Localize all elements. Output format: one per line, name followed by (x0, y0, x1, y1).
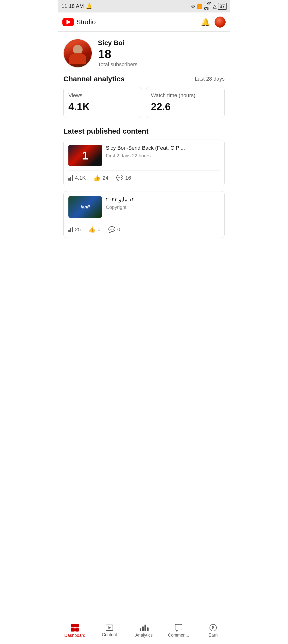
copyright-label-2: Copyright (106, 204, 220, 210)
earn-label: Earn (209, 633, 218, 638)
analytics-icon (140, 624, 149, 631)
thumbnail-bg-1: 1 (68, 145, 102, 166)
content-label: Content (102, 632, 117, 637)
profile-avatar-inner (64, 39, 92, 67)
no-sim-icon: ⊘ (191, 3, 195, 9)
watch-time-card: Watch time (hours) 22.6 (146, 87, 225, 118)
notification-bell-icon[interactable]: 🔔 (201, 18, 210, 26)
content-meta-1: First 2 days 22 hours (106, 153, 220, 158)
comment-lines (175, 624, 182, 627)
views-count-1: 4.1K (75, 175, 86, 181)
logo-area: Studio (62, 18, 96, 26)
thumbs-up-icon-1: 👍 (93, 174, 101, 181)
views-stat-2: 25 (68, 226, 81, 233)
content-top-2: fanff ١٢ مايو ٢٠٢٣ Copyright (68, 196, 220, 218)
avatar-inner (214, 16, 226, 28)
play-triangle-logo (67, 20, 71, 24)
header-icons: 🔔 (201, 16, 226, 28)
app-title: Studio (76, 18, 96, 26)
nav-content[interactable]: Content (92, 618, 127, 644)
views-label: Views (68, 92, 137, 98)
content-title-2: ١٢ مايو ٢٠٢٣ (106, 196, 220, 203)
comment-icon-2: 💬 (108, 226, 115, 233)
analytics-section-header: Channel analytics Last 28 days (58, 72, 230, 87)
nav-earn[interactable]: $ Earn (196, 618, 230, 644)
likes-count-2: 0 (97, 226, 100, 233)
status-left: 11:18 AM 🔔 (62, 3, 92, 9)
nav-analytics[interactable]: Analytics (127, 618, 161, 644)
app-header: Studio 🔔 (58, 12, 230, 32)
nav-dashboard[interactable]: Dashboard (58, 618, 92, 644)
earn-icon: $ (209, 624, 217, 631)
latest-section: Latest published content 1 Sicy Boi -Sen… (58, 125, 230, 238)
profile-name: Sicy Boi (98, 39, 225, 47)
status-right: ⊘ 📶 1.95k/s △ 87 (191, 2, 226, 10)
comment-nav-icon (175, 624, 182, 630)
views-card: Views 4.1K (63, 87, 142, 118)
watch-time-value: 22.6 (151, 101, 220, 112)
triangle-icon: △ (213, 3, 216, 9)
profile-avatar (63, 39, 92, 68)
analytics-cards: Views 4.1K Watch time (hours) 22.6 (58, 87, 230, 125)
views-stat-1: 4.1K (68, 175, 86, 181)
comments-label: Commen... (168, 633, 189, 638)
subscriber-count: 18 (98, 48, 225, 61)
dashboard-icon (71, 624, 79, 632)
content-card-2[interactable]: fanff ١٢ مايو ٢٠٢٣ Copyright 25 👍 0 (63, 191, 225, 238)
views-count-2: 25 (75, 226, 81, 233)
analytics-label: Analytics (135, 633, 153, 638)
thumbnail-bg-2: fanff (68, 196, 102, 218)
dashboard-label: Dashboard (64, 633, 85, 638)
content-icon (106, 624, 113, 631)
status-bar: 11:18 AM 🔔 ⊘ 📶 1.95k/s △ 87 (58, 0, 230, 12)
comments-count-1: 16 (125, 175, 131, 181)
content-info-2: ١٢ مايو ٢٠٢٣ Copyright (106, 196, 220, 210)
notification-icon: 🔔 (86, 3, 92, 9)
content-stats-1: 4.1K 👍 24 💬 16 (68, 174, 220, 181)
likes-stat-2: 👍 0 (88, 226, 100, 233)
views-value: 4.1K (68, 101, 137, 112)
content-top-1: 1 Sicy Boi -Send Back (Feat. C.P ... Fir… (68, 145, 220, 166)
youtube-logo (62, 18, 74, 26)
content-title-1: Sicy Boi -Send Back (Feat. C.P ... (106, 145, 220, 152)
content-info-1: Sicy Boi -Send Back (Feat. C.P ... First… (106, 145, 220, 158)
nav-comments[interactable]: Commen... (161, 618, 196, 644)
signal-icon: 📶 (197, 3, 203, 9)
views-bars-icon-2 (68, 227, 73, 232)
thumbnail-1: 1 (68, 145, 102, 166)
data-speed: 1.95k/s (204, 2, 211, 10)
analytics-title: Channel analytics (63, 75, 125, 83)
play-triangle-icon (109, 626, 111, 629)
content-divider-1 (68, 170, 220, 171)
thumbnail-text-2: fanff (81, 204, 90, 210)
thumbs-up-icon-2: 👍 (88, 226, 96, 233)
profile-info: Sicy Boi 18 Total subscribers (98, 39, 225, 68)
battery-display: 87 (218, 3, 226, 10)
content-stats-2: 25 👍 0 💬 0 (68, 226, 220, 233)
comments-stat-2: 💬 0 (108, 226, 120, 233)
comment-icon-1: 💬 (116, 174, 123, 181)
likes-count-1: 24 (103, 175, 108, 181)
content-divider-2 (68, 222, 220, 222)
watch-time-label: Watch time (hours) (151, 92, 220, 98)
latest-title: Latest published content (63, 127, 225, 135)
thumbnail-number: 1 (82, 149, 89, 162)
likes-stat-1: 👍 24 (93, 174, 108, 181)
subscriber-label: Total subscribers (98, 62, 225, 68)
content-card-1[interactable]: 1 Sicy Boi -Send Back (Feat. C.P ... Fir… (63, 140, 225, 186)
thumbnail-2: fanff (68, 196, 102, 218)
comments-count-2: 0 (117, 226, 120, 233)
time-display: 11:18 AM (62, 3, 84, 9)
comment-box-icon (175, 624, 182, 630)
comments-stat-1: 💬 16 (116, 174, 131, 181)
profile-section: Sicy Boi 18 Total subscribers (58, 32, 230, 72)
user-avatar[interactable] (214, 16, 226, 28)
views-bars-icon-1 (68, 175, 73, 180)
bottom-nav: Dashboard Content Analytics Commen... (58, 618, 230, 644)
analytics-period: Last 28 days (195, 76, 225, 82)
